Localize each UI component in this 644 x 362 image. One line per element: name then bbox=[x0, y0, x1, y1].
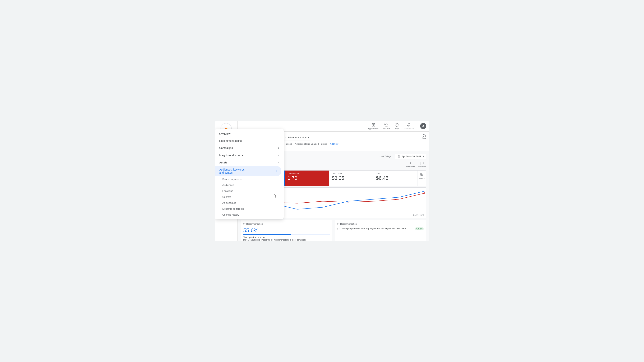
rec-1-title: Your optimization score bbox=[243, 236, 330, 238]
rec-2-title: 36 ad groups do not have any keywords fo… bbox=[341, 227, 406, 230]
rec-2-badge: +18.6% bbox=[415, 227, 424, 230]
nav-item-audiences[interactable]: Audiences, keywords,and content ‹ bbox=[215, 166, 281, 176]
rec-card-1: Recommendation ⋮ 55.6% Your optimization… bbox=[241, 220, 332, 241]
refresh-action[interactable]: Refresh bbox=[383, 123, 390, 130]
insights-chevron-icon: › bbox=[278, 153, 279, 157]
appearance-label: Appearance bbox=[368, 128, 378, 130]
assets-chevron-icon: › bbox=[278, 161, 279, 164]
audiences-chevron-icon: ‹ bbox=[276, 169, 277, 173]
add-filter-chip[interactable]: Add filter bbox=[330, 143, 338, 145]
rec-header-1: Recommendation ⋮ bbox=[243, 222, 330, 226]
nav-assets-label: Assets bbox=[219, 161, 227, 164]
cost-label: Cost bbox=[376, 172, 415, 175]
cost-conv-metric: Cost / conv. $3.25 bbox=[329, 171, 373, 186]
download-button[interactable]: Download bbox=[406, 162, 415, 168]
recommendations-row: Recommendation ⋮ 55.6% Your optimization… bbox=[241, 220, 426, 241]
rec-1-more[interactable]: ⋮ bbox=[327, 222, 330, 226]
cost-metric: Cost $6.45 bbox=[373, 171, 418, 186]
rec-header-2: Recommendation ⋮ bbox=[337, 222, 424, 226]
nav-sub-item-dynamic-ad-targets[interactable]: Dynamic ad targets bbox=[215, 206, 284, 212]
feedback-button[interactable]: Feedback bbox=[418, 162, 426, 168]
avatar[interactable] bbox=[420, 123, 426, 129]
appearance-action[interactable]: Appearance bbox=[368, 123, 378, 130]
nav-sub-item-change-history[interactable]: Change history bbox=[215, 212, 284, 218]
campaigns-chevron: ▾ bbox=[308, 136, 309, 139]
nav-item-assets[interactable]: Assets › bbox=[215, 159, 284, 166]
opt-bar bbox=[243, 234, 330, 235]
rec-label-2: Recommendation bbox=[337, 223, 357, 225]
nav-ad-schedule-label: Ad schedule bbox=[222, 201, 236, 204]
svg-point-14 bbox=[424, 192, 424, 194]
rec-2-more[interactable]: ⋮ bbox=[421, 222, 424, 226]
date-chevron: ▾ bbox=[423, 155, 424, 158]
opt-bar-fill bbox=[243, 234, 291, 235]
help-action[interactable]: Help bbox=[394, 123, 399, 130]
ad-group-status-chip[interactable]: Ad group status: Enabled, Paused bbox=[295, 143, 327, 145]
cost-value: $6.45 bbox=[376, 175, 415, 181]
svg-rect-3 bbox=[373, 125, 375, 126]
appearance-icon bbox=[371, 123, 376, 127]
dropdown-panel: Overview Recommendations Campaigns › Ins… bbox=[215, 129, 284, 219]
nav-insights-label: Insights and reports bbox=[219, 154, 243, 157]
rec-1-sub: Increase your score by applying the reco… bbox=[243, 239, 330, 241]
conversions-label: Conversions bbox=[288, 172, 326, 175]
nav-overview-label: Overview bbox=[219, 132, 230, 135]
feedback-label: Feedback bbox=[418, 166, 426, 168]
nav-sub-item-audiences[interactable]: Audiences bbox=[215, 182, 284, 188]
screen: Appearance Refresh Help bbox=[215, 121, 429, 241]
svg-point-6 bbox=[423, 125, 424, 126]
nav-audiences-sub-label: Audiences bbox=[222, 184, 234, 186]
nav-campaigns-label: Campaigns bbox=[219, 146, 233, 149]
rec-label-1: Recommendation bbox=[243, 223, 263, 225]
conversions-value: 1.70 bbox=[288, 175, 326, 181]
metrics-more-icon[interactable]: ⋮ bbox=[420, 180, 424, 184]
metrics-icon[interactable] bbox=[420, 172, 424, 177]
select-campaign-label: Select a campaign bbox=[288, 136, 306, 139]
download-label: Download bbox=[406, 166, 415, 168]
svg-point-4 bbox=[395, 123, 398, 126]
top-bar-actions: Appearance Refresh Help bbox=[368, 123, 426, 130]
help-label: Help bbox=[395, 128, 399, 130]
svg-rect-12 bbox=[420, 173, 423, 176]
cost-conv-value: $3.25 bbox=[332, 175, 370, 181]
svg-rect-2 bbox=[372, 125, 373, 126]
svg-point-21 bbox=[338, 228, 339, 230]
nav-content-label: Content bbox=[222, 195, 231, 198]
svg-rect-1 bbox=[373, 123, 375, 125]
opt-score-value: 55.6% bbox=[243, 227, 330, 233]
nav-dynamic-ad-targets-label: Dynamic ad targets bbox=[222, 207, 244, 210]
rec-2-label-text: Recommendation bbox=[340, 223, 357, 225]
nav-audiences-label: Audiences, keywords,and content bbox=[219, 168, 245, 174]
chart-x-end: Apr 25, 2023 bbox=[413, 214, 424, 216]
rec-card-2: Recommendation ⋮ 36 ad groups do not hav… bbox=[335, 220, 426, 241]
save-button[interactable]: Save bbox=[422, 134, 426, 139]
svg-line-22 bbox=[339, 229, 340, 230]
notifications-icon bbox=[406, 123, 411, 127]
nav-change-history-label: Change history bbox=[222, 213, 239, 216]
nav-item-campaigns[interactable]: Campaigns › bbox=[215, 144, 284, 152]
nav-sub-item-locations[interactable]: Locations bbox=[215, 188, 284, 194]
last7-label: Last 7 days bbox=[380, 155, 391, 158]
nav-sub-item-ad-schedule[interactable]: Ad schedule bbox=[215, 200, 284, 206]
nav-sub-item-content[interactable]: Content bbox=[215, 194, 284, 200]
nav-item-overview[interactable]: Overview bbox=[215, 130, 284, 137]
date-range-label: Apr 20 — 26, 2023 bbox=[402, 155, 421, 158]
nav-item-insights[interactable]: Insights and reports › bbox=[215, 152, 284, 159]
conversions-metric: Conversions 1.70 bbox=[285, 171, 329, 186]
nav-item-recommendations[interactable]: Recommendations bbox=[215, 137, 284, 144]
nav-sub-item-search-keywords[interactable]: Search keywords bbox=[215, 176, 284, 182]
cost-conv-label: Cost / conv. bbox=[332, 172, 370, 175]
metrics-label: Metrics bbox=[419, 177, 424, 179]
nav-locations-label: Locations bbox=[222, 190, 233, 192]
refresh-label: Refresh bbox=[383, 128, 390, 130]
refresh-icon bbox=[384, 123, 389, 127]
date-range-button[interactable]: Apr 20 — 26, 2023 ▾ bbox=[395, 154, 426, 159]
nav-recommendations-label: Recommendations bbox=[219, 139, 242, 142]
help-icon bbox=[394, 123, 399, 127]
svg-rect-0 bbox=[372, 123, 373, 125]
rec-1-label-text: Recommendation bbox=[246, 223, 263, 225]
notifications-action[interactable]: Notifications bbox=[404, 123, 414, 130]
svg-rect-7 bbox=[398, 156, 400, 158]
save-label: Save bbox=[422, 137, 426, 139]
campaigns-chevron-icon: › bbox=[278, 146, 279, 150]
